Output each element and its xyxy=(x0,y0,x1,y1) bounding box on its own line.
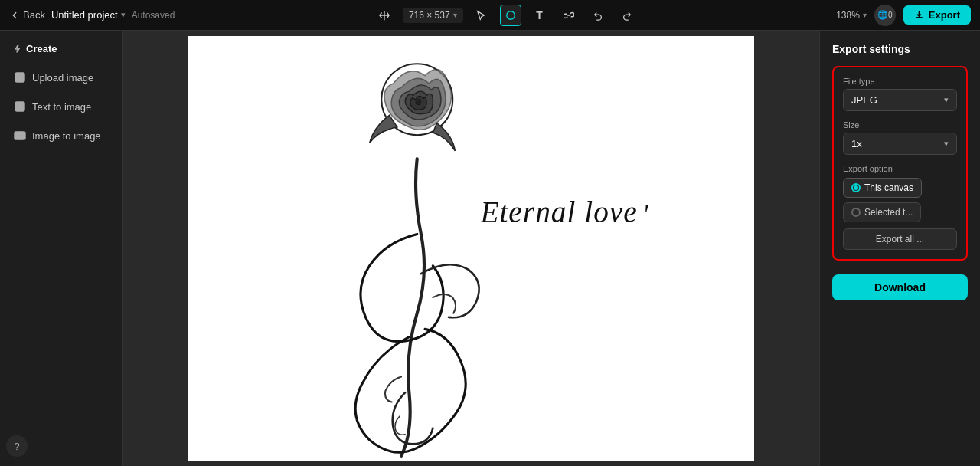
canvas-size-display[interactable]: 716 × 537 ▾ xyxy=(403,8,463,23)
file-type-value: JPEG xyxy=(851,94,877,106)
chevron-down-icon: ▾ xyxy=(944,95,949,105)
selected-radio xyxy=(851,208,861,217)
size-value: 1x xyxy=(851,138,862,149)
svg-point-0 xyxy=(506,11,514,19)
back-label: Back xyxy=(23,9,45,21)
export-panel: Export settings File type JPEG ▾ Size 1x… xyxy=(819,31,980,466)
svg-text:': ' xyxy=(642,199,648,227)
topbar-center: 716 × 537 ▾ T xyxy=(184,5,827,26)
sidebar: Create Upload image Text to image Image … xyxy=(0,31,122,466)
export-button[interactable]: Export xyxy=(903,5,971,25)
this-canvas-button[interactable]: This canvas xyxy=(843,178,922,198)
topbar-left: Back Untitled project ▾ Autosaved xyxy=(9,9,175,21)
notification-button[interactable]: 🌐 0 xyxy=(874,5,896,26)
link-tool-button[interactable] xyxy=(558,5,580,26)
download-button[interactable]: Download xyxy=(832,274,968,300)
create-label: Create xyxy=(26,43,57,54)
svg-text:Eternal love: Eternal love xyxy=(479,195,637,228)
export-section: File type JPEG ▾ Size 1x ▾ Export option xyxy=(832,66,968,261)
sidebar-item-text-to-image[interactable]: Text to image xyxy=(6,94,116,119)
sidebar-header: Create xyxy=(6,40,116,61)
sidebar-item-image-to-image[interactable]: Image to image xyxy=(6,123,116,148)
move-tool-button[interactable] xyxy=(374,5,395,26)
export-panel-title: Export settings xyxy=(832,43,968,55)
file-type-field: File type JPEG ▾ xyxy=(843,77,957,111)
file-type-select[interactable]: JPEG ▾ xyxy=(843,89,957,111)
size-field: Size 1x ▾ xyxy=(843,120,957,155)
canvas-container: Eternal love ' xyxy=(188,36,754,461)
sidebar-bottom: ? xyxy=(6,435,116,457)
select-tool-button[interactable] xyxy=(471,5,492,26)
export-all-button[interactable]: Export all ... xyxy=(843,228,957,250)
help-button[interactable]: ? xyxy=(6,435,28,457)
topbar: Back Untitled project ▾ Autosaved 716 × … xyxy=(0,0,980,31)
project-name[interactable]: Untitled project ▾ xyxy=(51,9,126,21)
undo-button[interactable] xyxy=(587,5,609,26)
export-all-container: Export all ... xyxy=(843,228,957,250)
sidebar-item-upload-image[interactable]: Upload image xyxy=(6,65,116,90)
this-canvas-label: This canvas xyxy=(864,182,913,193)
upload-image-label: Upload image xyxy=(32,72,93,84)
export-option-field: Export option This canvas Selected t... … xyxy=(843,164,957,250)
redo-button[interactable] xyxy=(616,5,638,26)
text-to-image-label: Text to image xyxy=(32,101,91,113)
canvas-area[interactable]: Eternal love ' xyxy=(122,31,819,466)
zoom-display[interactable]: 138% ▾ xyxy=(836,10,867,21)
text-tool-button[interactable]: T xyxy=(529,5,550,26)
selected-label: Selected t... xyxy=(864,207,913,218)
chevron-down-icon-size: ▾ xyxy=(944,139,949,149)
size-select[interactable]: 1x ▾ xyxy=(843,133,957,155)
export-option-buttons: This canvas Selected t... xyxy=(843,178,957,222)
topbar-right: 138% ▾ 🌐 0 Export xyxy=(836,5,971,26)
file-type-label: File type xyxy=(843,77,957,86)
main-area: Create Upload image Text to image Image … xyxy=(0,31,980,466)
size-label: Size xyxy=(843,120,957,130)
export-option-label: Export option xyxy=(843,164,957,173)
circle-tool-button[interactable] xyxy=(500,5,521,26)
autosaved-status: Autosaved xyxy=(132,10,175,21)
selected-items-button[interactable]: Selected t... xyxy=(843,202,921,222)
this-canvas-radio xyxy=(851,183,861,192)
image-to-image-label: Image to image xyxy=(32,130,101,142)
tattoo-artwork: Eternal love ' xyxy=(188,36,754,461)
back-button[interactable]: Back xyxy=(9,9,45,21)
